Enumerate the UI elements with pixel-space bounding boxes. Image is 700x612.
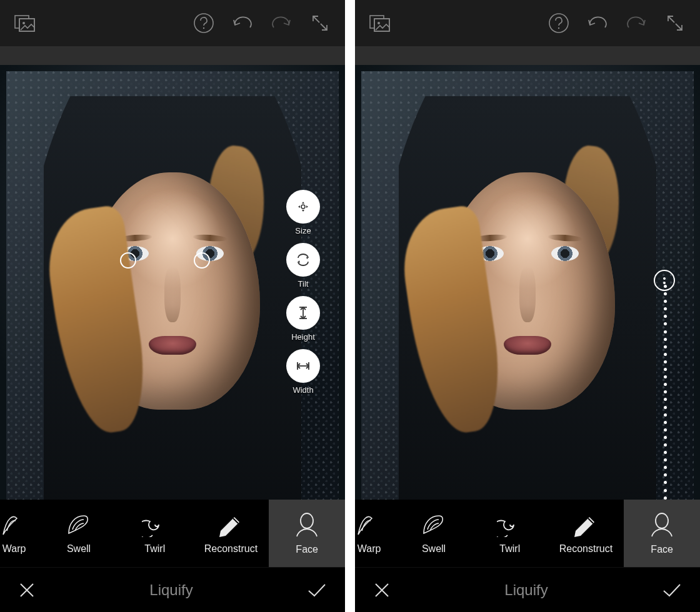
tool-swell-label: Swell bbox=[67, 543, 91, 555]
cancel-button[interactable] bbox=[372, 581, 391, 600]
tool-swell-label: Swell bbox=[422, 543, 446, 555]
face-tool-size[interactable]: Size bbox=[286, 190, 320, 235]
help-icon[interactable] bbox=[190, 9, 218, 37]
tool-warp[interactable]: Warp bbox=[0, 500, 41, 567]
svg-point-19 bbox=[558, 27, 559, 29]
help-icon[interactable] bbox=[545, 9, 572, 37]
tool-reconstruct-label: Reconstruct bbox=[559, 543, 612, 555]
cancel-button[interactable] bbox=[18, 581, 36, 600]
confirm-button[interactable] bbox=[661, 581, 682, 600]
face-adjust-panel: Size Tilt H bbox=[286, 190, 320, 395]
top-toolbar bbox=[0, 0, 345, 46]
fullscreen-icon[interactable] bbox=[306, 9, 334, 37]
height-icon bbox=[286, 296, 320, 330]
face-tool-tilt[interactable]: Tilt bbox=[286, 243, 320, 289]
compare-original-icon[interactable] bbox=[366, 9, 394, 37]
liquify-toolbar: Warp Swell Twirl Reconstruct bbox=[355, 500, 700, 567]
tool-twirl[interactable]: Twirl bbox=[117, 500, 193, 567]
tool-swell[interactable]: Swell bbox=[41, 500, 117, 567]
tool-face-label: Face bbox=[296, 544, 318, 555]
redo-icon[interactable] bbox=[622, 9, 650, 37]
tool-warp-label: Warp bbox=[2, 543, 26, 555]
svg-point-20 bbox=[656, 513, 668, 528]
tool-twirl-label: Twirl bbox=[144, 543, 165, 555]
svg-point-4 bbox=[194, 14, 213, 32]
screen-title: Liquify bbox=[504, 581, 548, 599]
screen-right: Warp Swell Twirl Reconstruct bbox=[355, 0, 700, 612]
sub-toolbar bbox=[0, 46, 345, 65]
confirm-button[interactable] bbox=[306, 581, 328, 600]
svg-point-13 bbox=[301, 513, 313, 528]
tool-swell[interactable]: Swell bbox=[396, 500, 472, 567]
svg-point-6 bbox=[301, 205, 305, 209]
redo-icon[interactable] bbox=[268, 9, 295, 37]
width-icon bbox=[286, 349, 320, 383]
undo-icon[interactable] bbox=[584, 9, 611, 37]
tool-warp[interactable]: Warp bbox=[342, 500, 396, 567]
top-toolbar bbox=[355, 0, 700, 46]
fullscreen-icon[interactable] bbox=[661, 9, 689, 37]
svg-point-5 bbox=[203, 27, 204, 29]
tool-reconstruct[interactable]: Reconstruct bbox=[193, 500, 269, 567]
compare-original-icon[interactable] bbox=[11, 9, 39, 37]
tool-face[interactable]: Face bbox=[269, 500, 345, 567]
svg-point-17 bbox=[378, 22, 380, 24]
screen-left: Size Tilt H bbox=[0, 0, 345, 612]
tool-face[interactable]: Face bbox=[624, 500, 700, 567]
image-canvas[interactable] bbox=[355, 65, 700, 500]
tilt-icon bbox=[286, 243, 320, 277]
face-tool-width-label: Width bbox=[292, 385, 313, 395]
portrait-image bbox=[355, 65, 700, 500]
tool-warp-label: Warp bbox=[358, 543, 381, 555]
tool-face-label: Face bbox=[651, 544, 673, 555]
tool-reconstruct[interactable]: Reconstruct bbox=[548, 500, 624, 567]
svg-point-3 bbox=[22, 22, 25, 24]
liquify-toolbar: Warp Swell Twirl Reconstruct bbox=[0, 500, 345, 567]
tool-reconstruct-label: Reconstruct bbox=[204, 543, 258, 555]
bottom-bar: Liquify bbox=[0, 567, 345, 612]
face-tool-tilt-label: Tilt bbox=[298, 279, 309, 289]
slider-track[interactable] bbox=[664, 285, 666, 500]
bottom-bar: Liquify bbox=[355, 567, 700, 612]
size-icon bbox=[286, 190, 320, 224]
screen-title: Liquify bbox=[149, 581, 192, 599]
face-tool-height-label: Height bbox=[291, 332, 315, 342]
image-canvas[interactable]: Size Tilt H bbox=[0, 65, 345, 500]
face-tool-height[interactable]: Height bbox=[286, 296, 320, 342]
eye-marker-right[interactable] bbox=[194, 252, 210, 269]
tool-twirl-label: Twirl bbox=[499, 543, 520, 555]
face-tool-size-label: Size bbox=[295, 226, 311, 235]
svg-point-18 bbox=[549, 14, 568, 32]
sub-toolbar bbox=[355, 46, 700, 65]
tool-twirl[interactable]: Twirl bbox=[472, 500, 548, 567]
undo-icon[interactable] bbox=[229, 9, 256, 37]
face-tool-width[interactable]: Width bbox=[286, 349, 320, 395]
eye-marker-left[interactable] bbox=[120, 252, 136, 269]
